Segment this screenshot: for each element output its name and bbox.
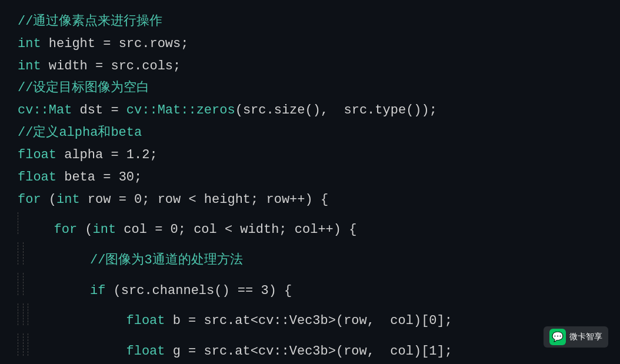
code-line-6: //定义alpha和beta: [18, 122, 602, 144]
kw-for-9: for: [18, 189, 41, 211]
code-line-5: cv::Mat dst = cv::Mat::zeros (src.size()…: [18, 99, 602, 122]
code-text-7: alpha = 1.2;: [56, 144, 158, 166]
code-line-12: if (src.channels() == 3) {: [18, 272, 602, 302]
code-line-11: //图像为3通道的处理方法: [18, 241, 602, 272]
code-text-14: g = src.at<cv::Vec3b>(row, col)[1];: [165, 340, 452, 363]
code-text-5c: (src.size(), src.type());: [235, 99, 437, 122]
code-text-5a: dst =: [72, 99, 126, 122]
guide-10a: [18, 212, 18, 235]
guide-14c: [28, 333, 28, 356]
guide-12a: [18, 273, 18, 295]
kw-float-13: float: [33, 310, 165, 332]
code-text-9b: row = 0; row < height; row++) {: [80, 189, 328, 211]
guide-13c: [28, 303, 28, 326]
code-text-3: width = src.cols;: [41, 55, 181, 78]
code-line-3: int width = src.cols;: [18, 55, 602, 78]
code-block: //通过像素点来进行操作 int height = src.rows; int …: [0, 0, 620, 364]
kw-int-3: int: [18, 55, 41, 78]
guide-14b: [23, 333, 24, 356]
kw-float-7: float: [18, 144, 56, 166]
code-text-9a: (: [41, 189, 56, 211]
code-line-10: for ( int col = 0; col < width; col++) {: [18, 211, 602, 241]
code-text-10b: col = 0; col < width; col++) {: [116, 219, 356, 241]
kw-5: cv::Mat: [18, 99, 72, 122]
code-text-10a: (: [77, 219, 92, 241]
watermark: 💬 微卡智享: [544, 326, 608, 348]
guide-11a: [18, 242, 18, 265]
code-line-9: for ( int row = 0; row < height; row++) …: [18, 189, 602, 211]
comment-11: //图像为3通道的处理方法: [28, 249, 242, 272]
comment-6: //定义alpha和beta: [18, 122, 142, 144]
guide-14a: [18, 333, 18, 356]
code-line-14: float g = src.at<cv::Vec3b>(row, col)[1]…: [18, 332, 602, 363]
code-line-2: int height = src.rows;: [18, 33, 602, 55]
kw-5b: cv::Mat::zeros: [126, 99, 235, 122]
kw-for-10: for: [23, 219, 77, 241]
watermark-icon: 💬: [549, 329, 566, 345]
kw-int-10: int: [93, 219, 116, 241]
watermark-text: 微卡智享: [569, 332, 602, 342]
code-text-8: beta = 30;: [56, 166, 142, 189]
code-line-4: //设定目标图像为空白: [18, 77, 602, 99]
code-line-7: float alpha = 1.2;: [18, 144, 602, 166]
code-text-13: b = src.at<cv::Vec3b>(row, col)[0];: [165, 310, 452, 332]
comment-1: //通过像素点来进行操作: [18, 11, 162, 33]
guide-13a: [18, 303, 18, 326]
kw-int-9: int: [56, 189, 80, 211]
code-text-2: height = src.rows;: [41, 33, 189, 55]
kw-if-12: if: [28, 280, 105, 302]
comment-4: //设定目标图像为空白: [18, 77, 149, 99]
code-line-1: //通过像素点来进行操作: [18, 11, 602, 33]
guide-11b: [23, 242, 24, 265]
guide-12b: [23, 273, 24, 295]
wechat-icon: 💬: [552, 331, 564, 343]
guide-13b: [23, 303, 24, 326]
code-line-8: float beta = 30;: [18, 166, 602, 189]
kw-float-8: float: [18, 166, 56, 189]
code-line-13: float b = src.at<cv::Vec3b>(row, col)[0]…: [18, 302, 602, 332]
kw-float-14: float: [33, 340, 165, 363]
kw-int-2: int: [18, 33, 41, 55]
code-text-12: (src.channels() == 3) {: [105, 280, 292, 302]
